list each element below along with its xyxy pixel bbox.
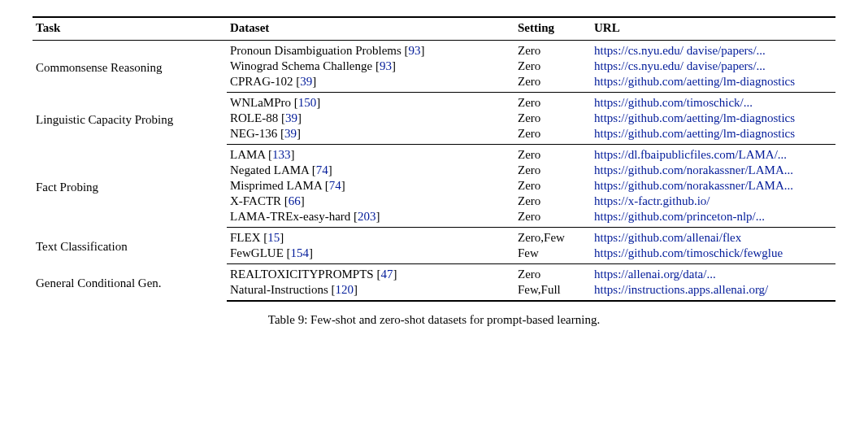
task-cell: General Conditional Gen. — [33, 264, 227, 302]
setting-cell: Zero — [514, 194, 591, 209]
setting-cell: Zero,Few — [514, 228, 591, 246]
url-link[interactable]: https://github.com/norakassner/LAMA... — [594, 179, 793, 192]
setting-cell: Zero — [514, 93, 591, 111]
table-row: General Conditional Gen.REALTOXICITYPROM… — [33, 264, 835, 283]
url-link[interactable]: https://github.com/aetting/lm-diagnostic… — [594, 127, 795, 140]
citation-ref[interactable]: 39 — [284, 127, 297, 140]
setting-cell: Few — [514, 246, 591, 264]
dataset-name: NEG-136 — [230, 127, 280, 140]
url-cell: https://github.com/allenai/flex — [591, 228, 835, 246]
citation-ref[interactable]: 15 — [267, 231, 280, 244]
dataset-cell: NEG-136 [39] — [227, 126, 514, 145]
setting-cell: Zero — [514, 74, 591, 93]
header-setting: Setting — [514, 17, 591, 41]
task-cell: Fact Probing — [33, 145, 227, 228]
url-cell: https://github.com/princeton-nlp/... — [591, 209, 835, 228]
dataset-name: Pronoun Disambiguation Problems — [230, 44, 405, 57]
url-cell: https://dl.fbaipublicfiles.com/LAMA/... — [591, 145, 835, 163]
url-link[interactable]: https://cs.nyu.edu/ davise/papers/... — [594, 59, 766, 72]
url-link[interactable]: https://cs.nyu.edu/ davise/papers/... — [594, 44, 766, 57]
dataset-cell: FLEX [15] — [227, 228, 514, 246]
setting-cell: Zero — [514, 163, 591, 178]
dataset-cell: WNLaMPro [150] — [227, 93, 514, 111]
citation-ref[interactable]: 39 — [300, 75, 312, 88]
citation-ref[interactable]: 203 — [358, 210, 376, 223]
table-row: Commonsense ReasoningPronoun Disambiguat… — [33, 41, 835, 59]
citation-ref[interactable]: 154 — [291, 246, 310, 259]
citation-ref[interactable]: 133 — [272, 148, 291, 161]
dataset-name: Misprimed LAMA — [230, 179, 325, 192]
url-cell: https://x-factr.github.io/ — [591, 194, 835, 209]
url-cell: https://github.com/timoschick/fewglue — [591, 246, 835, 264]
dataset-cell: LAMA-TREx-easy-hard [203] — [227, 209, 514, 228]
setting-cell: Zero — [514, 111, 591, 126]
datasets-table: Task Dataset Setting URL Commonsense Rea… — [33, 16, 835, 302]
url-cell: https://github.com/norakassner/LAMA... — [591, 178, 835, 194]
url-link[interactable]: https://github.com/aetting/lm-diagnostic… — [594, 111, 795, 124]
citation-ref[interactable]: 74 — [316, 163, 328, 176]
url-link[interactable]: https://github.com/norakassner/LAMA... — [594, 163, 793, 176]
table-caption: Table 9: Few-shot and zero-shot datasets… — [33, 313, 835, 327]
setting-cell: Zero — [514, 178, 591, 194]
url-link[interactable]: https://x-factr.github.io/ — [594, 194, 710, 207]
setting-cell: Zero — [514, 126, 591, 145]
table-row: Linguistic Capacity ProbingWNLaMPro [150… — [33, 93, 835, 111]
citation-ref[interactable]: 47 — [380, 268, 393, 281]
dataset-cell: REALTOXICITYPROMPTS [47] — [227, 264, 514, 283]
dataset-cell: Pronoun Disambiguation Problems [93] — [227, 41, 514, 59]
dataset-name: Negated LAMA — [230, 163, 312, 176]
dataset-name: ROLE-88 — [230, 111, 281, 124]
citation-ref[interactable]: 150 — [298, 96, 317, 109]
citation-ref[interactable]: 39 — [285, 111, 297, 124]
header-task: Task — [33, 17, 227, 41]
task-cell: Text Classification — [33, 228, 227, 264]
url-cell: https://github.com/aetting/lm-diagnostic… — [591, 111, 835, 126]
url-link[interactable]: https://github.com/princeton-nlp/... — [594, 210, 765, 223]
url-link[interactable]: https://instructions.apps.allenai.org/ — [594, 283, 768, 296]
citation-ref[interactable]: 66 — [289, 194, 301, 207]
task-cell: Commonsense Reasoning — [33, 41, 227, 93]
dataset-cell: Natural-Instructions [120] — [227, 282, 514, 301]
citation-ref[interactable]: 93 — [409, 44, 421, 57]
url-link[interactable]: https://allenai.org/data/... — [594, 268, 716, 281]
dataset-cell: FewGLUE [154] — [227, 246, 514, 264]
setting-cell: Zero — [514, 145, 591, 163]
url-cell: https://cs.nyu.edu/ davise/papers/... — [591, 59, 835, 74]
task-cell: Linguistic Capacity Probing — [33, 93, 227, 145]
dataset-name: X-FACTR — [230, 194, 284, 207]
dataset-name: FewGLUE — [230, 246, 287, 259]
url-cell: https://github.com/aetting/lm-diagnostic… — [591, 74, 835, 93]
url-link[interactable]: https://github.com/aetting/lm-diagnostic… — [594, 75, 795, 88]
setting-cell: Few,Full — [514, 282, 591, 301]
dataset-cell: ROLE-88 [39] — [227, 111, 514, 126]
setting-cell: Zero — [514, 41, 591, 59]
dataset-cell: LAMA [133] — [227, 145, 514, 163]
url-link[interactable]: https://github.com/timoschick/fewglue — [594, 246, 783, 259]
header-url: URL — [591, 17, 835, 41]
url-link[interactable]: https://github.com/timoschick/... — [594, 96, 753, 109]
url-link[interactable]: https://dl.fbaipublicfiles.com/LAMA/... — [594, 148, 787, 161]
dataset-name: CPRAG-102 — [230, 75, 296, 88]
dataset-name: WNLaMPro — [230, 96, 294, 109]
dataset-cell: X-FACTR [66] — [227, 194, 514, 209]
citation-ref[interactable]: 120 — [336, 283, 354, 296]
url-cell: https://github.com/aetting/lm-diagnostic… — [591, 126, 835, 145]
header-dataset: Dataset — [227, 17, 514, 41]
table-row: Fact ProbingLAMA [133]Zerohttps://dl.fba… — [33, 145, 835, 163]
url-link[interactable]: https://github.com/allenai/flex — [594, 231, 741, 244]
url-cell: https://github.com/norakassner/LAMA... — [591, 163, 835, 178]
dataset-name: LAMA — [230, 148, 268, 161]
dataset-name: LAMA-TREx-easy-hard — [230, 210, 354, 223]
url-cell: https://allenai.org/data/... — [591, 264, 835, 283]
url-cell: https://cs.nyu.edu/ davise/papers/... — [591, 41, 835, 59]
dataset-cell: Negated LAMA [74] — [227, 163, 514, 178]
dataset-name: Winograd Schema Challenge — [230, 59, 375, 72]
dataset-name: FLEX — [230, 231, 263, 244]
dataset-cell: Winograd Schema Challenge [93] — [227, 59, 514, 74]
dataset-name: REALTOXICITYPROMPTS — [230, 268, 376, 281]
setting-cell: Zero — [514, 59, 591, 74]
citation-ref[interactable]: 74 — [329, 179, 341, 192]
table-row: Text ClassificationFLEX [15]Zero,Fewhttp… — [33, 228, 835, 246]
citation-ref[interactable]: 93 — [380, 59, 392, 72]
dataset-cell: Misprimed LAMA [74] — [227, 178, 514, 194]
